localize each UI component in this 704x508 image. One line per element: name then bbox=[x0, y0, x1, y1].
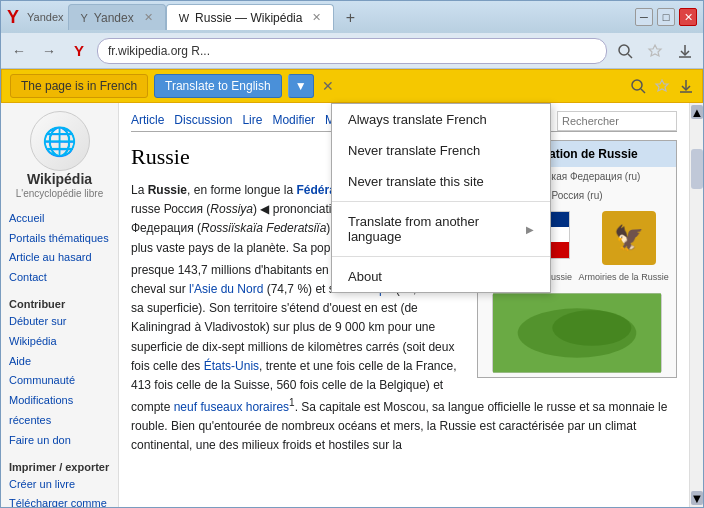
sidebar-item-aide[interactable]: Aide bbox=[9, 352, 110, 372]
sidebar-contrib-header: Contribuer bbox=[9, 298, 110, 310]
bookmark-button[interactable] bbox=[643, 39, 667, 63]
translate-close-button[interactable]: ✕ bbox=[322, 78, 334, 94]
translate-search-icon[interactable] bbox=[630, 78, 646, 94]
svg-marker-2 bbox=[649, 45, 661, 56]
scrollbar[interactable]: ▲ ▼ bbox=[689, 103, 703, 507]
sidebar-item-accueil[interactable]: Accueil bbox=[9, 209, 110, 229]
address-text: fr.wikipedia.org R... bbox=[108, 44, 210, 58]
search-button[interactable] bbox=[613, 39, 637, 63]
yandex-home-button[interactable]: Y bbox=[67, 39, 91, 63]
article-tab-article[interactable]: Article bbox=[131, 111, 164, 131]
window-controls: ─ □ ✕ bbox=[635, 8, 697, 26]
scroll-thumb[interactable] bbox=[691, 149, 703, 189]
svg-point-0 bbox=[619, 45, 629, 55]
coat-display: 🦅 bbox=[602, 211, 656, 265]
dropdown-item-never-french[interactable]: Never translate French bbox=[332, 135, 550, 166]
nav-bar: ← → Y fr.wikipedia.org R... bbox=[1, 33, 703, 69]
tab-russie-close[interactable]: ✕ bbox=[312, 11, 321, 24]
wiki-logo-circle: 🌐 bbox=[30, 111, 90, 171]
article-tab-lire[interactable]: Lire bbox=[242, 111, 262, 131]
dropdown-submenu-arrow-icon: ▶ bbox=[526, 224, 534, 235]
svg-line-1 bbox=[628, 54, 632, 58]
sidebar-item-hasard[interactable]: Article au hasard bbox=[9, 248, 110, 268]
tab-yandex-label: Yandex bbox=[94, 11, 134, 25]
browser-window: Y Yandex Y Yandex ✕ W Russie — Wikipédia… bbox=[0, 0, 704, 508]
sidebar: 🌐 Wikipédia L'encyclopédie libre Accueil… bbox=[1, 103, 119, 507]
download-button[interactable] bbox=[673, 39, 697, 63]
scroll-down-button[interactable]: ▼ bbox=[691, 491, 703, 505]
dropdown-item-another-lang-label: Translate from another language bbox=[348, 214, 526, 244]
translate-download-icon[interactable] bbox=[678, 78, 694, 94]
dropdown-item-about[interactable]: About bbox=[332, 261, 550, 292]
translate-star-icon[interactable] bbox=[654, 78, 670, 94]
download-icon bbox=[677, 43, 693, 59]
translate-bar: The page is in French Translate to Engli… bbox=[1, 69, 703, 103]
close-button[interactable]: ✕ bbox=[679, 8, 697, 26]
scroll-up-button[interactable]: ▲ bbox=[691, 105, 703, 119]
article-search-input[interactable] bbox=[557, 111, 677, 131]
sidebar-item-communaute[interactable]: Communauté bbox=[9, 371, 110, 391]
sidebar-print-header: Imprimer / exporter bbox=[9, 461, 110, 473]
search-icon bbox=[617, 43, 633, 59]
map-image bbox=[492, 293, 662, 373]
maximize-button[interactable]: □ bbox=[657, 8, 675, 26]
back-button[interactable]: ← bbox=[7, 39, 31, 63]
sidebar-item-modifications[interactable]: Modifications récentes bbox=[9, 391, 110, 431]
tabs-container: Y Yandex ✕ W Russie — Wikipédia ✕ + bbox=[68, 4, 631, 30]
svg-marker-7 bbox=[656, 80, 668, 91]
sidebar-item-don[interactable]: Faire un don bbox=[9, 431, 110, 451]
article-tab-discussion[interactable]: Discussion bbox=[174, 111, 232, 131]
svg-line-6 bbox=[641, 89, 645, 93]
title-bar: Y Yandex Y Yandex ✕ W Russie — Wikipédia… bbox=[1, 1, 703, 33]
russia-map-svg bbox=[493, 293, 661, 373]
tab-yandex-close[interactable]: ✕ bbox=[144, 11, 153, 24]
dropdown-item-another-lang[interactable]: Translate from another language ▶ bbox=[332, 206, 550, 252]
wiki-name: Wikipédia bbox=[27, 171, 92, 188]
tab-yandex[interactable]: Y Yandex ✕ bbox=[68, 4, 166, 30]
sidebar-item-portails[interactable]: Portails thématiques bbox=[9, 229, 110, 249]
wiki-tagline: L'encyclopédie libre bbox=[16, 188, 104, 199]
translate-to-english-button[interactable]: Translate to English bbox=[154, 74, 282, 98]
translate-page-label: The page is in French bbox=[10, 74, 148, 98]
dropdown-item-about-label: About bbox=[348, 269, 382, 284]
dropdown-item-never-french-label: Never translate French bbox=[348, 143, 480, 158]
wiki-logo: 🌐 Wikipédia L'encyclopédie libre bbox=[9, 111, 110, 199]
dropdown-item-always-label: Always translate French bbox=[348, 112, 487, 127]
title-bar-left: Y Yandex bbox=[7, 7, 64, 28]
svg-point-5 bbox=[632, 80, 642, 90]
new-tab-button[interactable]: + bbox=[338, 6, 362, 30]
tab-russie-favicon: W bbox=[179, 12, 189, 24]
sidebar-nav-section: Accueil Portails thématiques Article au … bbox=[9, 209, 110, 288]
sidebar-print-section: Imprimer / exporter Créer un livre Téléc… bbox=[9, 461, 110, 507]
tab-yandex-favicon: Y bbox=[81, 12, 88, 24]
dropdown-item-never-site[interactable]: Never translate this site bbox=[332, 166, 550, 197]
yandex-logo: Y bbox=[7, 7, 19, 28]
svg-point-12 bbox=[552, 310, 631, 346]
address-bar[interactable]: fr.wikipedia.org R... bbox=[97, 38, 607, 64]
coat-caption: Armoiries de la Russie bbox=[579, 271, 669, 285]
coat-image: 🦅 bbox=[602, 211, 656, 265]
sidebar-item-pdf[interactable]: Télécharger comme PDF bbox=[9, 494, 110, 507]
minimize-button[interactable]: ─ bbox=[635, 8, 653, 26]
dropdown-item-never-site-label: Never translate this site bbox=[348, 174, 484, 189]
dropdown-arrow-icon: ▼ bbox=[295, 79, 307, 93]
sidebar-item-debuter[interactable]: Débuter sur Wikipédia bbox=[9, 312, 110, 352]
yandex-text: Yandex bbox=[27, 11, 64, 23]
dropdown-separator bbox=[332, 201, 550, 202]
dropdown-separator-2 bbox=[332, 256, 550, 257]
translate-dropdown-menu: Always translate French Never translate … bbox=[331, 103, 551, 293]
sidebar-item-contact[interactable]: Contact bbox=[9, 268, 110, 288]
sidebar-contrib-section: Contribuer Débuter sur Wikipédia Aide Co… bbox=[9, 298, 110, 451]
article-tab-modifier[interactable]: Modifier bbox=[272, 111, 315, 131]
dropdown-item-always[interactable]: Always translate French bbox=[332, 104, 550, 135]
tab-russie[interactable]: W Russie — Wikipédia ✕ bbox=[166, 4, 335, 30]
star-icon bbox=[647, 43, 663, 59]
translate-dropdown-button[interactable]: ▼ bbox=[288, 74, 314, 98]
sidebar-item-livre[interactable]: Créer un livre bbox=[9, 475, 110, 495]
forward-button[interactable]: → bbox=[37, 39, 61, 63]
tab-russie-label: Russie — Wikipédia bbox=[195, 11, 302, 25]
translate-bar-container: The page is in French Translate to Engli… bbox=[1, 69, 703, 103]
